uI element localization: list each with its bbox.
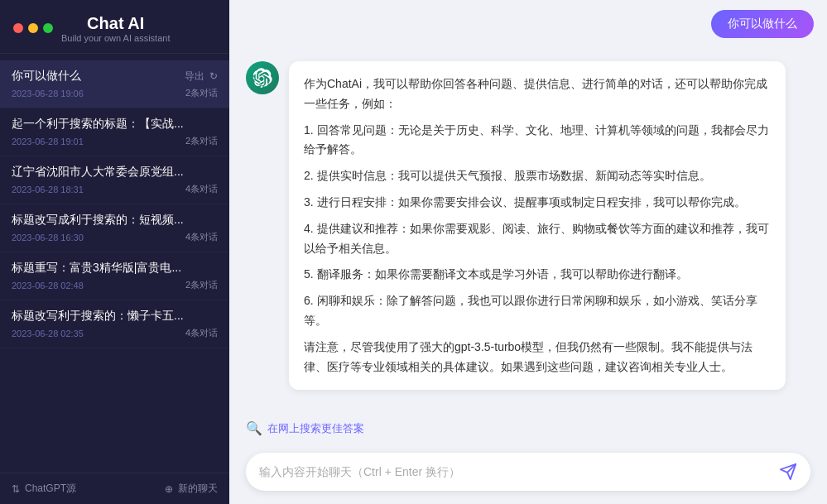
chat-item-count: 2条对话: [185, 279, 218, 291]
message-item-2: 2. 提供实时信息：我可以提供天气预报、股票市场数据、新闻动态等实时信息。: [304, 166, 771, 186]
chat-item-count: 4条对话: [185, 231, 218, 243]
app-title-block: Chat AI Build your own AI assistant: [61, 13, 170, 43]
chat-item-header: 起一个利于搜索的标题：【实战...: [12, 117, 218, 132]
send-icon: [779, 463, 797, 481]
export-label[interactable]: 导出: [185, 70, 204, 84]
chat-item-meta: 2023-06-28 18:31 4条对话: [12, 183, 218, 195]
chat-item-header: 辽宁省沈阳市人大常委会原党组...: [12, 165, 218, 180]
refresh-icon[interactable]: ↻: [209, 70, 218, 82]
chat-item-title: 辽宁省沈阳市人大常委会原党组...: [12, 165, 218, 180]
chat-item-date: 2023-06-28 18:31: [12, 185, 84, 194]
chat-item-date: 2023-06-28 02:35: [12, 329, 84, 338]
chat-item-meta: 2023-06-28 19:01 2条对话: [12, 135, 218, 147]
chat-input[interactable]: [259, 465, 771, 478]
message-item-6: 6. 闲聊和娱乐：除了解答问题，我也可以跟你进行日常闲聊和娱乐，如小游戏、笑话分…: [304, 291, 771, 331]
search-hint-label: 在网上搜索更佳答案: [267, 421, 364, 436]
chat-item-header: 标题改写利于搜索的：懒子卡五...: [12, 309, 218, 324]
chat-item-date: 2023-06-28 02:48: [12, 281, 84, 290]
chat-item-header: 标题改写成利于搜索的：短视频...: [12, 213, 218, 228]
close-button[interactable]: [13, 23, 23, 33]
message-item-1: 1. 回答常见问题：无论是关于历史、科学、文化、地理、计算机等领域的问题，我都会…: [304, 121, 771, 161]
main-header: 你可以做什么: [229, 0, 827, 48]
chat-item-count: 2条对话: [185, 135, 218, 147]
minimize-button[interactable]: [28, 23, 38, 33]
input-area: [229, 443, 827, 504]
chatgpt-source-icon: ⇅: [12, 483, 20, 495]
main-content: 你可以做什么 作为ChatAi，我可以帮助你回答各种问题、提供信息、进行简单的对…: [229, 0, 827, 504]
ai-message-bubble: 作为ChatAi，我可以帮助你回答各种问题、提供信息、进行简单的对话，还可以帮助…: [289, 61, 786, 390]
chat-item-count: 4条对话: [185, 327, 218, 339]
message-item-5: 5. 翻译服务：如果你需要翻译文本或是学习外语，我可以帮助你进行翻译。: [304, 265, 771, 285]
openai-icon: [252, 68, 272, 88]
chat-item[interactable]: 标题重写：富贵3精华版|富贵电... 2023-06-28 02:48 2条对话: [0, 252, 229, 300]
chatgpt-source-button[interactable]: ⇅ ChatGPT源: [12, 482, 76, 496]
chat-item[interactable]: 辽宁省沈阳市人大常委会原党组... 2023-06-28 18:31 4条对话: [0, 156, 229, 204]
message-disclaimer: 请注意，尽管我使用了强大的gpt-3.5-turbo模型，但我仍然有一些限制。我…: [304, 338, 771, 377]
sidebar-footer: ⇅ ChatGPT源 ⊕ 新的聊天: [0, 473, 229, 504]
search-hint[interactable]: 🔍 在网上搜索更佳答案: [229, 414, 827, 443]
ai-message-row: 作为ChatAi，我可以帮助你回答各种问题、提供信息、进行简单的对话，还可以帮助…: [246, 61, 810, 390]
new-chat-icon: ⊕: [165, 483, 173, 495]
what-can-do-button[interactable]: 你可以做什么: [711, 10, 814, 38]
maximize-button[interactable]: [43, 23, 53, 33]
chat-item-count: 4条对话: [185, 183, 218, 195]
ai-avatar: [246, 61, 279, 94]
send-button[interactable]: [779, 463, 797, 481]
input-wrapper: [246, 453, 810, 491]
window-controls: [13, 23, 53, 33]
chat-item-meta: 2023-06-28 02:48 2条对话: [12, 279, 218, 291]
chat-item-title: 标题重写：富贵3精华版|富贵电...: [12, 261, 218, 276]
app-title: Chat AI: [61, 13, 170, 33]
chat-item-meta: 2023-06-28 02:35 4条对话: [12, 327, 218, 339]
search-icon: 🔍: [246, 420, 262, 436]
chat-item-title: 标题改写利于搜索的：懒子卡五...: [12, 309, 218, 324]
chat-list: 你可以做什么 导出 ↻ 2023-06-28 19:06 2条对话 起一个利于搜…: [0, 54, 229, 473]
chat-item-meta: 2023-06-28 16:30 4条对话: [12, 231, 218, 243]
chat-item-actions: 导出 ↻: [185, 70, 218, 84]
chat-item-header: 标题重写：富贵3精华版|富贵电...: [12, 261, 218, 276]
chatgpt-source-label: ChatGPT源: [25, 482, 76, 496]
app-subtitle: Build your own AI assistant: [61, 33, 170, 43]
chat-item-title: 标题改写成利于搜索的：短视频...: [12, 213, 218, 228]
chat-area: 作为ChatAi，我可以帮助你回答各种问题、提供信息、进行简单的对话，还可以帮助…: [229, 48, 827, 414]
chat-item-title: 你可以做什么: [12, 69, 185, 84]
chat-item-date: 2023-06-28 19:06: [12, 89, 84, 98]
sidebar-header: Chat AI Build your own AI assistant: [0, 0, 229, 54]
chat-item-header: 你可以做什么 导出 ↻: [12, 69, 218, 84]
chat-item[interactable]: 标题改写利于搜索的：懒子卡五... 2023-06-28 02:35 4条对话: [0, 300, 229, 348]
new-chat-label: 新的聊天: [178, 482, 218, 496]
chat-item-count: 2条对话: [185, 87, 218, 99]
chat-item[interactable]: 标题改写成利于搜索的：短视频... 2023-06-28 16:30 4条对话: [0, 204, 229, 252]
message-item-3: 3. 进行日程安排：如果你需要安排会议、提醒事项或制定日程安排，我可以帮你完成。: [304, 193, 771, 213]
new-chat-button[interactable]: ⊕ 新的聊天: [165, 482, 218, 496]
chat-item[interactable]: 起一个利于搜索的标题：【实战... 2023-06-28 19:01 2条对话: [0, 108, 229, 156]
sidebar: Chat AI Build your own AI assistant 你可以做…: [0, 0, 229, 504]
chat-item-date: 2023-06-28 16:30: [12, 233, 84, 242]
message-intro: 作为ChatAi，我可以帮助你回答各种问题、提供信息、进行简单的对话，还可以帮助…: [304, 74, 771, 114]
chat-item-date: 2023-06-28 19:01: [12, 137, 84, 146]
message-item-4: 4. 提供建议和推荐：如果你需要观影、阅读、旅行、购物或餐饮等方面的建议和推荐，…: [304, 219, 771, 259]
chat-item[interactable]: 你可以做什么 导出 ↻ 2023-06-28 19:06 2条对话: [0, 60, 229, 108]
chat-item-meta: 2023-06-28 19:06 2条对话: [12, 87, 218, 99]
chat-item-title: 起一个利于搜索的标题：【实战...: [12, 117, 218, 132]
